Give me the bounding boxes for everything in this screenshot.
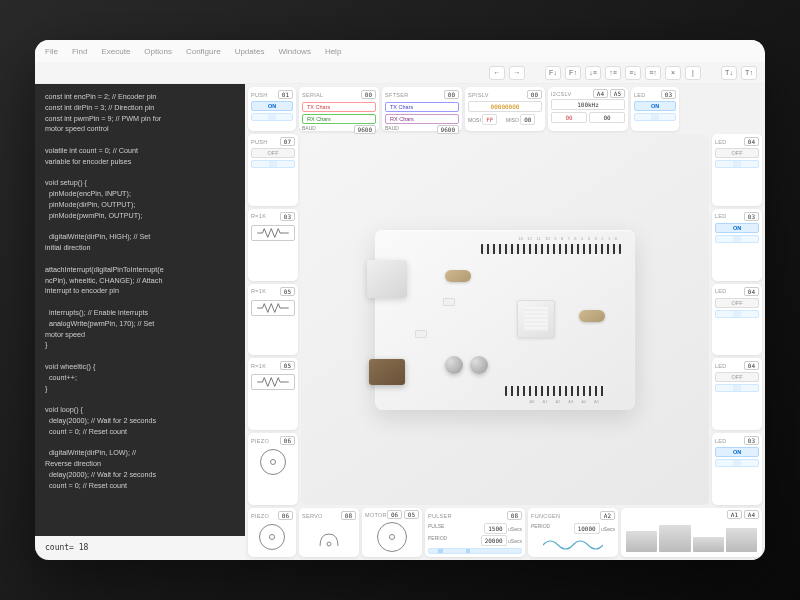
motor-icon xyxy=(377,522,407,552)
push1-state[interactable]: ON xyxy=(251,101,293,111)
tool-close[interactable]: × xyxy=(665,66,681,80)
piezo-icon xyxy=(260,449,286,475)
tool-tup[interactable]: T↑ xyxy=(741,66,757,80)
sftser-rx[interactable]: RX Chars xyxy=(385,114,459,124)
capacitor2 xyxy=(470,356,488,374)
slider[interactable] xyxy=(626,531,657,552)
serial-tx[interactable]: TX Chars xyxy=(302,102,376,112)
tool-d[interactable]: ≡↑ xyxy=(645,66,661,80)
menu-options[interactable]: Options xyxy=(144,47,172,56)
toolbar: ← → F↓ F↑ ↓≡ ↑≡ ≡↓ ≡↑ × | T↓ T↑ xyxy=(35,62,765,84)
tool-sep[interactable]: | xyxy=(685,66,701,80)
panel-pulser[interactable]: PULSER08 PULSE1500 uSecs PERIOD20000 uSe… xyxy=(425,508,525,557)
serial-rx[interactable]: RX Chars xyxy=(302,114,376,124)
small-chip1 xyxy=(443,298,455,306)
svg-point-0 xyxy=(327,542,331,546)
content: const int encPin = 2; // Encoder pin con… xyxy=(35,84,765,560)
menu-execute[interactable]: Execute xyxy=(101,47,130,56)
digital-header xyxy=(481,244,621,254)
nav-fwd-button[interactable]: → xyxy=(509,66,525,80)
panel-mixer[interactable]: A1 A4 xyxy=(621,508,762,557)
panel-push1[interactable]: PUSH01 ON xyxy=(248,87,296,131)
menu-updates[interactable]: Updates xyxy=(235,47,265,56)
menubar: File Find Execute Options Configure Upda… xyxy=(35,40,765,62)
led1-state[interactable]: ON xyxy=(634,101,676,111)
small-chip2 xyxy=(415,330,427,338)
menu-file[interactable]: File xyxy=(45,47,58,56)
panel-serial[interactable]: SERIAL00 TX Chars RX Chars BAUD9600 xyxy=(299,87,379,131)
wave-icon xyxy=(251,113,293,121)
spislv-data: 00000000 xyxy=(468,101,542,112)
panel-piezo1[interactable]: PIEZO06 xyxy=(248,433,298,505)
pin-badge[interactable]: 01 xyxy=(278,90,293,99)
panel-push2[interactable]: PUSH07 OFF xyxy=(248,134,298,206)
slider[interactable] xyxy=(726,528,757,552)
menu-help[interactable]: Help xyxy=(325,47,341,56)
resistor-icon xyxy=(251,225,295,241)
board-viewport[interactable]: 131211109876543210 A0A1A2A3A4A5 xyxy=(301,134,709,505)
tool-fup[interactable]: F↑ xyxy=(565,66,581,80)
panel-led6[interactable]: LED03 ON xyxy=(712,433,762,505)
top-pin-labels: 131211109876543210 xyxy=(518,236,617,241)
capacitor1 xyxy=(445,356,463,374)
mcu-chip xyxy=(517,300,555,338)
tool-c[interactable]: ≡↓ xyxy=(625,66,641,80)
panel-spislv[interactable]: SPISLV00 00000000 MOSI FF MISO 00 xyxy=(465,87,545,131)
crystal2 xyxy=(579,310,605,322)
panel-led1[interactable]: LED03 ON xyxy=(631,87,679,131)
usb-port xyxy=(367,260,407,298)
tool-b[interactable]: ↑≡ xyxy=(605,66,621,80)
push2-state[interactable]: OFF xyxy=(251,148,295,158)
workspace: PUSH01 ON SERIAL00 TX Chars RX Chars BAU… xyxy=(245,84,765,560)
sine-wave-icon xyxy=(531,535,615,554)
panel-motor[interactable]: MOTOR06 05 xyxy=(362,508,422,557)
menu-configure[interactable]: Configure xyxy=(186,47,221,56)
panel-servo[interactable]: SERVO08 xyxy=(299,508,359,557)
tool-tdown[interactable]: T↓ xyxy=(721,66,737,80)
panel-led4[interactable]: LED04 OFF xyxy=(712,284,762,356)
panel-piezo2[interactable]: PIEZO06 xyxy=(248,508,296,557)
arduino-board[interactable]: 131211109876543210 A0A1A2A3A4A5 xyxy=(375,230,635,410)
power-jack xyxy=(369,359,405,385)
app-window: File Find Execute Options Configure Upda… xyxy=(35,40,765,560)
code-body[interactable]: const int encPin = 2; // Encoder pin con… xyxy=(35,84,245,536)
pulse-wave-icon xyxy=(428,548,522,554)
tool-a[interactable]: ↓≡ xyxy=(585,66,601,80)
panel-r3[interactable]: R=1K05 xyxy=(248,358,298,430)
panel-led5[interactable]: LED04 OFF xyxy=(712,358,762,430)
slider[interactable] xyxy=(659,525,690,552)
servo-icon xyxy=(302,522,356,554)
panel-led2[interactable]: LED04 OFF xyxy=(712,134,762,206)
i2c-clk: 100kHz xyxy=(551,99,625,110)
slider-group[interactable] xyxy=(624,520,759,554)
bottom-pin-labels: A0A1A2A3A4A5 xyxy=(530,399,599,404)
panel-funcgen[interactable]: FUNCGENA2 PERIOD10000 uSecs xyxy=(528,508,618,557)
resistor-icon xyxy=(251,374,295,390)
analog-header xyxy=(505,386,605,396)
tool-fdown[interactable]: F↓ xyxy=(545,66,561,80)
crystal1 xyxy=(445,270,471,282)
menu-find[interactable]: Find xyxy=(72,47,88,56)
menu-windows[interactable]: Windows xyxy=(278,47,310,56)
wave-icon xyxy=(634,113,676,121)
panel-r2[interactable]: R=1K05 xyxy=(248,284,298,356)
panel-i2cslv[interactable]: I2CSLVA4 A5 100kHz 00 00 xyxy=(548,87,628,131)
nav-back-button[interactable]: ← xyxy=(489,66,505,80)
panel-r1[interactable]: R=1K03 xyxy=(248,209,298,281)
panel-led3[interactable]: LED03 ON xyxy=(712,209,762,281)
sftser-tx[interactable]: TX Chars xyxy=(385,102,459,112)
code-panel: const int encPin = 2; // Encoder pin con… xyxy=(35,84,245,560)
slider[interactable] xyxy=(693,537,724,552)
piezo-icon xyxy=(259,524,285,550)
panel-sftser[interactable]: SFTSER00 TX Chars RX Chars BAUD9600 xyxy=(382,87,462,131)
console-output: count= 18 xyxy=(35,536,245,560)
resistor-icon xyxy=(251,300,295,316)
